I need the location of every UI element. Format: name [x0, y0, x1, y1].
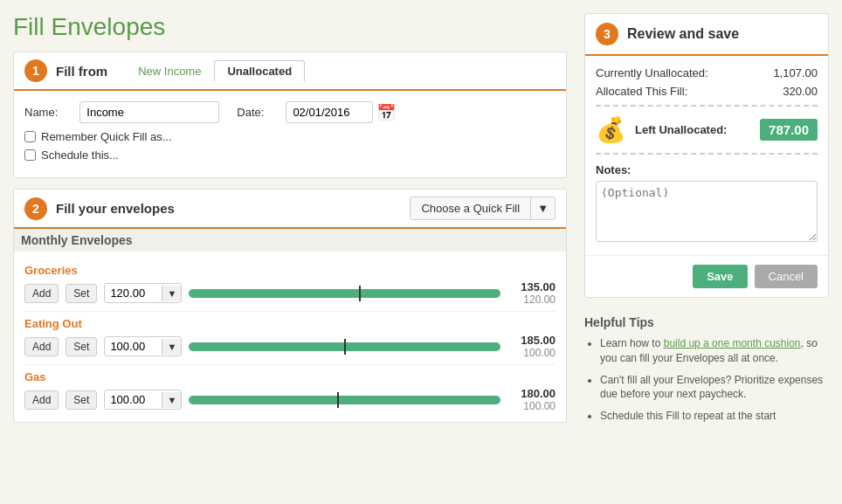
add-btn-eating-out[interactable]: Add	[24, 337, 59, 356]
amount-current-gas: 180.00	[507, 387, 556, 400]
cancel-button[interactable]: Cancel	[755, 265, 818, 288]
allocated-this-fill-row: Allocated This Fill: 320.00	[596, 85, 818, 98]
amount-current-eating-out: 185.00	[507, 334, 556, 347]
add-btn-groceries[interactable]: Add	[24, 284, 59, 303]
slider-eating-out[interactable]	[189, 338, 500, 356]
notes-textarea[interactable]	[596, 181, 818, 242]
slider-thumb-gas	[337, 392, 339, 408]
calendar-icon[interactable]: 📅	[376, 103, 396, 122]
review-body: Currently Unallocated: 1,107.00 Allocate…	[585, 56, 828, 255]
envelope-name-eating-out: Eating Out	[24, 317, 556, 330]
envelope-item-eating-out: Eating Out Add Set ▼	[24, 312, 556, 365]
amount-wrapper-gas: ▼	[104, 390, 182, 410]
page-title: Fill Envelopes	[13, 13, 567, 41]
quick-fill-button[interactable]: Choose a Quick Fill ▼	[410, 197, 556, 220]
tip-item-3: Schedule this Fill to repeat at the star…	[600, 409, 829, 424]
allocated-this-fill-value: 320.00	[783, 85, 818, 98]
date-input[interactable]	[286, 101, 373, 123]
schedule-this-checkbox[interactable]	[24, 149, 36, 161]
helpful-tips: Helpful Tips Learn how to build up a one…	[584, 311, 829, 435]
amount-input-gas[interactable]	[105, 390, 162, 409]
envelope-item-gas: Gas Add Set ▼	[24, 365, 556, 418]
allocated-this-fill-label: Allocated This Fill:	[596, 85, 687, 98]
amount-input-groceries[interactable]	[105, 284, 162, 302]
right-panel: 3 Review and save Currently Unallocated:…	[584, 13, 829, 435]
tip-item-2: Can't fill all your Envelopes? Prioritiz…	[600, 373, 829, 403]
set-btn-groceries[interactable]: Set	[66, 284, 97, 303]
section1-number: 1	[24, 59, 47, 82]
envelope-name-groceries: Groceries	[24, 264, 556, 277]
group-title: Monthly Envelopes	[14, 229, 566, 252]
currently-unallocated-row: Currently Unallocated: 1,107.00	[596, 66, 818, 79]
slider-thumb-groceries	[359, 286, 361, 301]
amount-wrapper-eating-out: ▼	[104, 336, 182, 356]
schedule-this-row: Schedule this...	[24, 148, 556, 162]
save-button[interactable]: Save	[693, 265, 747, 288]
amount-budget-eating-out: 100.00	[507, 347, 556, 359]
left-unallocated-value: 787.00	[760, 119, 818, 141]
review-card: 3 Review and save Currently Unallocated:…	[584, 13, 829, 298]
slider-track-groceries	[189, 289, 500, 298]
amount-dropdown-eating-out[interactable]: ▼	[162, 339, 181, 355]
section1-body: Name: Date: 📅 Remember Quick Fill as... …	[14, 91, 566, 177]
name-input[interactable]	[79, 101, 219, 123]
amount-display-groceries: 135.00 120.00	[507, 280, 556, 306]
quick-fill-main[interactable]: Choose a Quick Fill	[411, 197, 531, 219]
envelope-name-gas: Gas	[24, 370, 556, 383]
amount-budget-groceries: 120.00	[507, 293, 556, 306]
amount-budget-gas: 100.00	[507, 400, 556, 412]
envelope-controls-eating-out: Add Set ▼ 185.00 10	[24, 334, 556, 359]
currently-unallocated-value: 1,107.00	[773, 66, 818, 79]
envelope-group: Monthly Envelopes Groceries Add Set ▼	[14, 229, 566, 422]
slider-thumb-eating-out	[344, 339, 346, 355]
amount-current-groceries: 135.00	[507, 280, 556, 293]
amount-display-gas: 180.00 100.00	[507, 387, 556, 412]
notes-section: Notes:	[596, 163, 818, 245]
helpful-tips-title: Helpful Tips	[584, 315, 829, 329]
slider-groceries[interactable]	[189, 285, 500, 302]
section2-header: 2 Fill your envelopes Choose a Quick Fil…	[14, 190, 566, 229]
date-label: Date:	[237, 106, 264, 119]
envelope-controls-gas: Add Set ▼ 180.00 10	[24, 387, 556, 412]
tab-unallocated[interactable]: Unallocated	[214, 60, 305, 82]
review-actions: Save Cancel	[585, 255, 828, 297]
review-header: 3 Review and save	[585, 14, 828, 56]
notes-label: Notes:	[596, 163, 818, 176]
tip-item-1: Learn how to build up a one month cushio…	[600, 336, 829, 366]
amount-dropdown-groceries[interactable]: ▼	[162, 286, 181, 301]
amount-input-eating-out[interactable]	[105, 337, 162, 356]
envelope-item-groceries: Groceries Add Set ▼	[24, 259, 556, 312]
name-label: Name:	[24, 106, 58, 119]
section2-title: Fill your envelopes	[56, 201, 175, 216]
set-btn-eating-out[interactable]: Set	[66, 337, 97, 356]
set-btn-gas[interactable]: Set	[66, 390, 97, 410]
tip-link-1[interactable]: build up a one month cushion	[664, 337, 801, 349]
add-btn-gas[interactable]: Add	[24, 390, 59, 410]
section1-header: 1 Fill from New Income Unallocated	[14, 52, 566, 91]
slider-track-eating-out	[189, 342, 500, 351]
slider-track-gas	[189, 396, 500, 404]
remember-quickfill-checkbox[interactable]	[24, 131, 36, 142]
envelope-controls-groceries: Add Set ▼ 135.00 12	[24, 280, 556, 306]
name-row: Name: Date: 📅	[24, 101, 556, 123]
review-title: Review and save	[627, 26, 739, 42]
left-unallocated-row: 💰 Left Unallocated: 787.00	[596, 105, 818, 155]
section2-number: 2	[24, 197, 47, 220]
remember-quickfill-row: Remember Quick Fill as...	[24, 130, 556, 143]
fill-from-tabs: New Income Unallocated	[125, 60, 305, 82]
helpful-tips-list: Learn how to build up a one month cushio…	[584, 336, 829, 424]
quick-fill-dropdown-arrow[interactable]: ▼	[531, 197, 555, 219]
slider-gas[interactable]	[189, 391, 500, 409]
date-wrapper: 📅	[286, 101, 396, 123]
wallet-icon: 💰	[596, 115, 626, 144]
schedule-this-label: Schedule this...	[41, 148, 119, 162]
section2-left: 2 Fill your envelopes	[24, 197, 192, 220]
tab-new-income[interactable]: New Income	[125, 60, 214, 82]
section3-number: 3	[596, 23, 618, 45]
amount-display-eating-out: 185.00 100.00	[507, 334, 556, 359]
amount-dropdown-gas[interactable]: ▼	[162, 392, 181, 408]
amount-wrapper-groceries: ▼	[104, 283, 182, 303]
currently-unallocated-label: Currently Unallocated:	[596, 66, 708, 79]
left-unallocated-label: Left Unallocated:	[635, 123, 727, 136]
section1-title: Fill from	[56, 64, 107, 79]
